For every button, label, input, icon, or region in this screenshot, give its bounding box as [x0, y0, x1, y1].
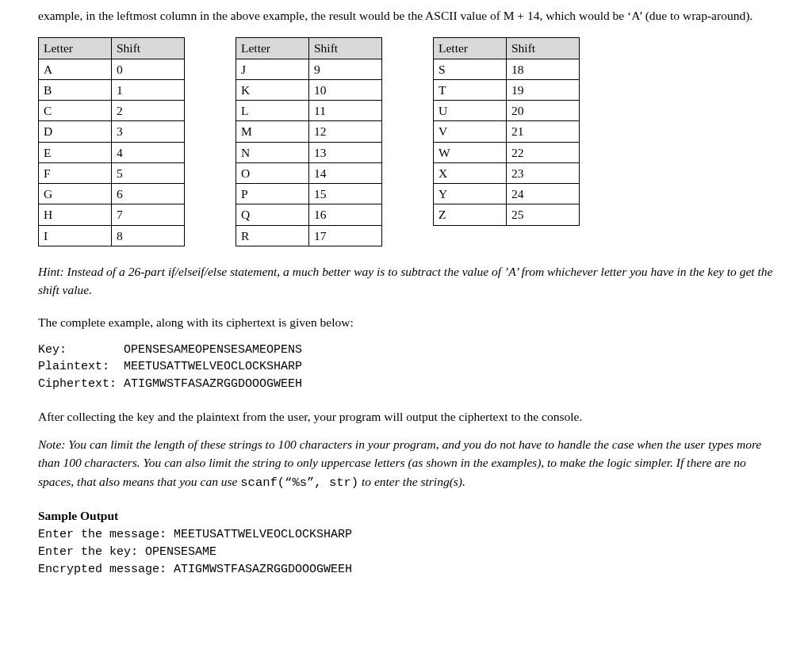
th-shift: Shift: [507, 38, 580, 59]
cell-shift: 22: [507, 142, 580, 162]
intro-paragraph: example, in the leftmost column in the a…: [38, 6, 774, 25]
cell-shift: 25: [507, 204, 580, 225]
table-row: Z25: [434, 204, 580, 225]
cell-letter: I: [39, 225, 112, 246]
hint-paragraph: Hint: Instead of a 26-part if/elseif/els…: [38, 262, 774, 300]
cell-shift: 15: [309, 184, 382, 204]
table-row: P15: [236, 184, 382, 204]
table-row: D3: [39, 121, 185, 142]
cell-letter: A: [39, 59, 112, 79]
cell-shift: 7: [112, 204, 185, 225]
table-row: K10: [236, 79, 382, 100]
after-paragraph: After collecting the key and the plainte…: [38, 407, 774, 426]
sample-output-section: Sample Output Enter the message: MEETUSA…: [38, 506, 774, 579]
cell-shift: 1: [112, 79, 185, 100]
table-row: H7: [39, 204, 185, 225]
cell-letter: P: [236, 184, 309, 204]
table-row: C2: [39, 101, 185, 121]
table-row: G6: [39, 184, 185, 204]
table-row: I8: [39, 225, 185, 246]
table-row: O14: [236, 162, 382, 183]
cell-letter: V: [434, 121, 507, 142]
cell-letter: Y: [434, 184, 507, 204]
cell-shift: 6: [112, 184, 185, 204]
cell-letter: N: [236, 142, 309, 162]
cell-letter: R: [236, 225, 309, 246]
cell-letter: E: [39, 142, 112, 162]
cell-letter: T: [434, 79, 507, 100]
cell-letter: J: [236, 59, 309, 79]
th-letter: Letter: [434, 38, 507, 59]
hint-label: Hint:: [38, 265, 64, 278]
table-row: W22: [434, 142, 580, 162]
table-row: J9: [236, 59, 382, 79]
th-letter: Letter: [39, 38, 112, 59]
shift-tables-row: Letter Shift A0B1C2D3E4F5G6H7I8 Letter S…: [38, 37, 774, 246]
shift-table-1: Letter Shift A0B1C2D3E4F5G6H7I8: [38, 37, 185, 246]
cell-shift: 8: [112, 225, 185, 246]
cell-letter: K: [236, 79, 309, 100]
table-row: B1: [39, 79, 185, 100]
cell-letter: M: [236, 121, 309, 142]
table-row: A0: [39, 59, 185, 79]
cell-shift: 12: [309, 121, 382, 142]
cell-shift: 24: [507, 184, 580, 204]
shift-table-3: Letter Shift S18T19U20V21W22X23Y24Z25: [433, 37, 580, 225]
cell-shift: 20: [507, 101, 580, 121]
th-shift: Shift: [309, 38, 382, 59]
table-row: N13: [236, 142, 382, 162]
cell-shift: 5: [112, 162, 185, 183]
table-row: Y24: [434, 184, 580, 204]
table-row: R17: [236, 225, 382, 246]
cell-letter: S: [434, 59, 507, 79]
cell-shift: 13: [309, 142, 382, 162]
note-body-2: to enter the string(s).: [358, 475, 465, 488]
key-plaintext-cipher-block: Key: OPENSESAMEOPENSESAMEOPENS Plaintext…: [38, 342, 774, 393]
table-row: M12: [236, 121, 382, 142]
cell-letter: Q: [236, 204, 309, 225]
cell-letter: F: [39, 162, 112, 183]
cell-letter: B: [39, 79, 112, 100]
cell-shift: 16: [309, 204, 382, 225]
cell-shift: 3: [112, 121, 185, 142]
table-row: X23: [434, 162, 580, 183]
table-row: V21: [434, 121, 580, 142]
shift-table-2: Letter Shift J9K10L11M12N13O14P15Q16R17: [236, 37, 382, 246]
table-row: F5: [39, 162, 185, 183]
note-code: scanf(“%s”, str): [240, 476, 358, 490]
cell-shift: 21: [507, 121, 580, 142]
cell-shift: 9: [309, 59, 382, 79]
cell-shift: 19: [507, 79, 580, 100]
table-row: T19: [434, 79, 580, 100]
hint-body: Instead of a 26-part if/elseif/else stat…: [38, 265, 772, 296]
cell-letter: G: [39, 184, 112, 204]
table-row: S18: [434, 59, 580, 79]
th-letter: Letter: [236, 38, 309, 59]
cell-shift: 14: [309, 162, 382, 183]
table-row: L11: [236, 101, 382, 121]
cell-letter: H: [39, 204, 112, 225]
cell-shift: 17: [309, 225, 382, 246]
table-row: U20: [434, 101, 580, 121]
sample-output-lines: Enter the message: MEETUSATTWELVEOCLOCKS…: [38, 526, 774, 578]
cell-letter: X: [434, 162, 507, 183]
cell-shift: 2: [112, 101, 185, 121]
example-intro: The complete example, along with its cip…: [38, 313, 774, 331]
table-row: Q16: [236, 204, 382, 225]
th-shift: Shift: [112, 38, 185, 59]
cell-shift: 18: [507, 59, 580, 79]
table-row: E4: [39, 142, 185, 162]
note-paragraph: Note: You can limit the length of these …: [38, 435, 774, 492]
cell-shift: 4: [112, 142, 185, 162]
cell-letter: W: [434, 142, 507, 162]
sample-output-heading: Sample Output: [38, 506, 774, 525]
cell-shift: 11: [309, 101, 382, 121]
cell-letter: U: [434, 101, 507, 121]
cell-letter: Z: [434, 204, 507, 225]
cell-letter: D: [39, 121, 112, 142]
cell-shift: 23: [507, 162, 580, 183]
note-label: Note:: [38, 437, 65, 451]
cell-letter: C: [39, 101, 112, 121]
cell-shift: 10: [309, 79, 382, 100]
cell-letter: L: [236, 101, 309, 121]
